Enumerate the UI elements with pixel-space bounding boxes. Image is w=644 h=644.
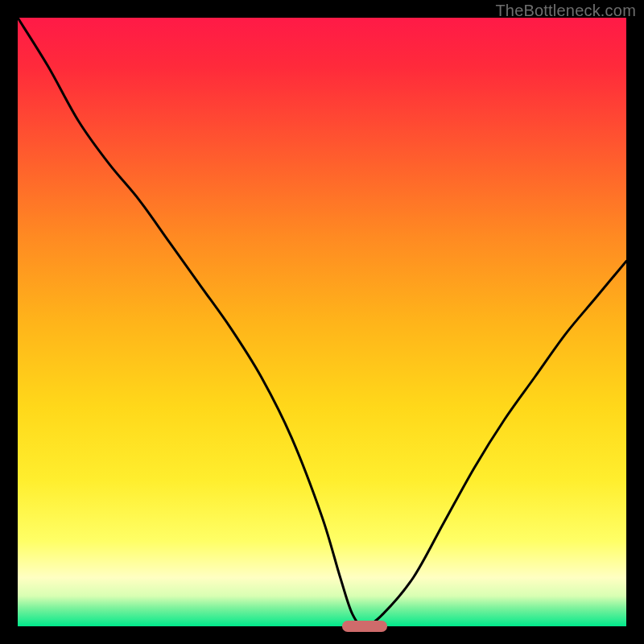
- optimal-marker: [342, 621, 387, 632]
- plot-area: [18, 18, 626, 626]
- bottleneck-curve: [18, 18, 626, 626]
- watermark-text: TheBottleneck.com: [495, 2, 636, 20]
- chart-frame: TheBottleneck.com: [0, 0, 644, 644]
